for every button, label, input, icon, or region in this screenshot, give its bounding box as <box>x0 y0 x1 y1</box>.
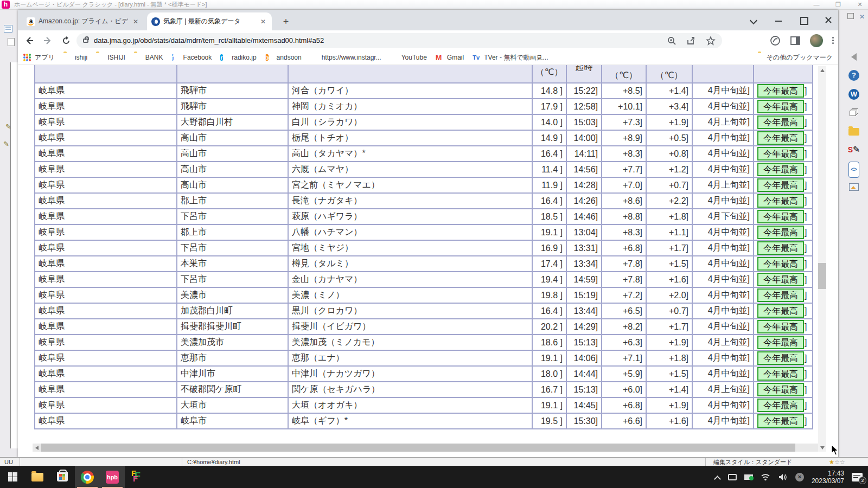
style-edit-icon[interactable]: S✎ <box>847 143 860 156</box>
browser-menu-icon[interactable] <box>832 37 834 44</box>
cell-record: 今年最高] <box>754 99 813 114</box>
bookmark-item[interactable]: YouTube <box>390 53 427 62</box>
action-center-icon[interactable]: 2 <box>852 473 863 481</box>
cell-diff-normal: +7.8] <box>602 256 646 272</box>
bookmark-item[interactable]: https://www.instagr... <box>310 53 381 62</box>
web-icon[interactable]: W <box>847 87 860 100</box>
cell-diff-prev: +1.8] <box>646 350 692 366</box>
hpb-close-button[interactable]: ✕ <box>856 1 864 8</box>
url-text[interactable]: data.jma.go.jp/obd/stats/data/mdrr/tem_r… <box>94 36 324 44</box>
taskbar-hpb[interactable]: hpb <box>100 466 125 488</box>
vertical-scroll-thumb[interactable] <box>818 263 826 289</box>
record-badge-suffix: ] <box>805 291 807 300</box>
chrome-close-button[interactable] <box>824 16 833 24</box>
cell-rank: 4月中旬並] <box>692 272 754 287</box>
scroll-up-button[interactable] <box>818 66 826 74</box>
wifi-icon[interactable] <box>761 473 770 481</box>
tab-close-icon[interactable]: ✕ <box>259 18 267 25</box>
tablet-mode-icon[interactable] <box>728 474 737 480</box>
cell-pref: 岐阜県 <box>35 382 177 397</box>
bookmark-label: Gmail <box>447 54 464 61</box>
new-tab-button[interactable]: ＋ <box>279 15 292 28</box>
scroll-down-button[interactable] <box>818 444 826 452</box>
bookmark-item[interactable]: TvTVer - 無料で動画見... <box>473 53 548 62</box>
collapse-panel-icon[interactable] <box>847 50 860 63</box>
cell-diff-prev: +1.1] <box>646 224 692 240</box>
tab-close-icon[interactable]: ✕ <box>131 18 140 25</box>
tray-expand-icon[interactable] <box>715 474 720 480</box>
pages-icon[interactable] <box>847 106 860 119</box>
clock[interactable]: 17:43 2023/03/07 <box>812 470 844 485</box>
bookmark-item[interactable]: fFacebook <box>172 53 212 62</box>
vertical-scrollbar[interactable] <box>818 66 826 452</box>
cell-city: 高山市 <box>177 146 288 162</box>
taskbar-start[interactable] <box>0 466 25 488</box>
bookmark-item[interactable]: ishiji <box>63 53 87 62</box>
bookmark-star-icon[interactable] <box>706 36 716 46</box>
record-badge: 今年最高 <box>757 257 804 271</box>
chrome-minimize-button[interactable] <box>774 16 783 24</box>
cell-diff-prev: +1.7] <box>646 240 692 256</box>
code-view-icon[interactable]: <> <box>847 162 860 175</box>
volume-icon[interactable] <box>778 473 788 481</box>
other-bookmarks-button[interactable]: その他のブックマーク <box>758 53 833 62</box>
profile-avatar[interactable] <box>810 34 823 47</box>
cell-record: 今年最高] <box>754 240 813 256</box>
horizontal-scroll-thumb[interactable] <box>41 444 795 452</box>
hpb-list-icon[interactable] <box>4 25 12 33</box>
bookmark-item[interactable]: アプリ <box>23 53 55 62</box>
cell-station: 白川（シラカワ） <box>288 114 532 130</box>
cell-pref: 岐阜県 <box>35 366 177 382</box>
help-icon[interactable]: ? <box>847 68 860 81</box>
tab-jma[interactable]: 気象庁 | 最新の気象データ ✕ <box>147 12 272 30</box>
bookmark-item[interactable]: MGmail <box>436 53 464 62</box>
jma-favicon <box>151 17 160 26</box>
mdi-close-button[interactable]: ✕ <box>859 13 865 21</box>
cell-temp: 16.4 ] <box>532 146 566 162</box>
zoom-icon[interactable] <box>667 36 676 46</box>
tray-status-icon[interactable]: ✕ <box>795 473 804 481</box>
bookmark-item[interactable]: rradiko.jp <box>220 53 256 62</box>
extension-icon[interactable] <box>770 35 781 46</box>
side-panel-icon[interactable] <box>790 35 801 46</box>
cell-city: 郡上市 <box>177 224 288 240</box>
cell-pref: 岐阜県 <box>35 162 177 177</box>
taskbar-explorer[interactable] <box>25 466 50 488</box>
cell-city: 高山市 <box>177 162 288 177</box>
cell-station: 長滝（ナガタキ） <box>288 193 532 209</box>
cell-diff-normal: +5.9] <box>602 366 646 382</box>
back-button[interactable] <box>22 34 36 48</box>
bookmark-item[interactable]: ISHIJI <box>96 53 125 62</box>
bookmark-item[interactable]: BANK <box>134 53 163 62</box>
table-row: 岐阜県美濃加茂市美濃加茂（ミノカモ）18.6 ]15:13]+6.3]+1.9]… <box>35 335 813 350</box>
apps-icon <box>23 53 32 62</box>
cell-station: 黒川（クロカワ） <box>288 303 532 319</box>
forward-button[interactable] <box>41 34 55 48</box>
cell-diff-prev: +2.0] <box>646 287 692 303</box>
amazon-favicon: a <box>27 17 35 26</box>
taskbar-chrome[interactable] <box>75 466 100 488</box>
cell-diff-normal: +6.6] <box>602 413 646 429</box>
address-bar[interactable]: data.jma.go.jp/obd/stats/data/mdrr/tem_r… <box>76 33 722 48</box>
bookmark-item[interactable]: bandsoon <box>265 53 302 62</box>
chrome-maximize-button[interactable] <box>799 16 808 24</box>
hpb-pen2-icon[interactable]: ✎ <box>3 140 9 148</box>
image-tool-icon[interactable] <box>847 181 860 194</box>
cell-city: 岐阜市 <box>177 413 288 429</box>
hpb-restore-button[interactable]: ❐ <box>834 1 842 8</box>
chrome-chevron-icon[interactable] <box>749 16 758 24</box>
share-icon[interactable] <box>686 36 696 46</box>
taskbar-ffftp[interactable]: FFF <box>125 466 150 488</box>
taskbar-store[interactable] <box>50 466 75 488</box>
scroll-left-button[interactable] <box>33 444 41 452</box>
reload-button[interactable] <box>59 34 73 48</box>
hpb-minimize-button[interactable]: — <box>813 1 820 8</box>
cell-rank: 4月上旬並] <box>692 114 754 130</box>
hpb-page-icon[interactable] <box>8 38 15 46</box>
horizontal-scrollbar[interactable] <box>33 444 818 452</box>
mdi-restore-button[interactable] <box>847 13 854 19</box>
folder-icon[interactable] <box>847 125 860 138</box>
cell-record: 今年最高] <box>754 162 813 177</box>
battery-icon[interactable] <box>744 474 753 480</box>
tab-amazon[interactable]: a Amazon.co.jp: プライム・ビデオ: Prim ✕ <box>22 12 144 30</box>
